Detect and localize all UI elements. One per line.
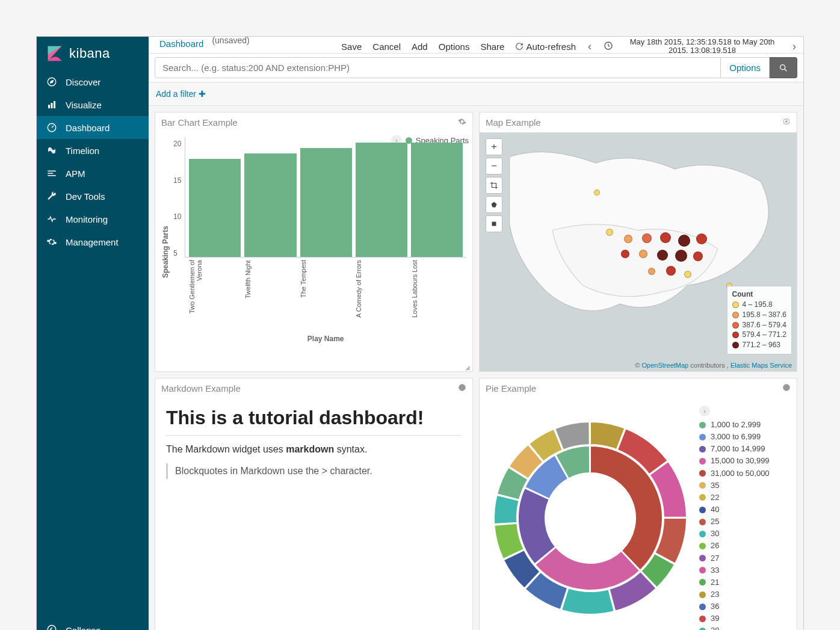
draw-polygon-button[interactable] xyxy=(486,196,502,213)
pie-canvas[interactable] xyxy=(483,402,697,630)
add-filter-button[interactable]: Add a filter ✚ xyxy=(156,89,206,99)
add-button[interactable]: Add xyxy=(412,42,428,52)
legend-swatch xyxy=(699,591,706,598)
legend-item[interactable]: 36 xyxy=(699,601,791,613)
collapse-button[interactable]: Collapse xyxy=(37,617,149,630)
legend-swatch xyxy=(699,579,706,585)
panel-settings-button[interactable] xyxy=(458,383,466,394)
timepicker-next-button[interactable]: › xyxy=(791,40,797,53)
legend-item[interactable]: 23 xyxy=(699,588,791,601)
osm-link[interactable]: OpenStreetMap xyxy=(642,362,689,369)
legend-swatch xyxy=(699,628,706,630)
legend-item[interactable]: 3,000 to 6,999 xyxy=(699,431,791,443)
ems-link[interactable]: Elastic Maps Service xyxy=(730,362,792,369)
sidebar-item-management[interactable]: Management xyxy=(37,230,149,253)
search-submit-button[interactable] xyxy=(770,57,797,78)
legend-item[interactable]: 30 xyxy=(699,528,791,540)
search-row: Options xyxy=(149,54,803,82)
legend-item[interactable]: 1,000 to 2,999 xyxy=(699,419,791,431)
legend-item[interactable]: 39 xyxy=(699,613,791,625)
polygon-icon xyxy=(490,201,498,208)
fit-bounds-button[interactable] xyxy=(486,177,502,194)
legend-item[interactable]: 31,000 to 50,000 xyxy=(699,468,791,480)
search-options-button[interactable]: Options xyxy=(721,57,770,78)
sidebar-item-apm[interactable]: APM xyxy=(37,162,149,185)
legend-toggle-button[interactable]: › xyxy=(699,406,710,416)
legend-label: 23 xyxy=(711,588,719,601)
filter-bar: Add a filter ✚ xyxy=(149,82,803,106)
legend-label: 39 xyxy=(711,613,719,625)
share-button[interactable]: Share xyxy=(480,42,504,52)
collapse-icon xyxy=(46,624,57,630)
draw-rectangle-button[interactable] xyxy=(486,215,502,232)
resize-handle[interactable]: ◢ xyxy=(465,364,471,370)
zoom-in-button[interactable]: + xyxy=(486,138,502,155)
legend-item[interactable]: 28 xyxy=(699,625,791,630)
legend-item[interactable]: 26 xyxy=(699,540,791,552)
logo[interactable]: kibana xyxy=(37,37,149,70)
legend-label: 15,000 to 30,999 xyxy=(711,455,770,467)
bar[interactable] xyxy=(189,159,241,257)
bar[interactable] xyxy=(411,143,463,257)
x-axis-ticks: Two Gentlemen of VeronaTwelfth NightThe … xyxy=(185,258,466,332)
cancel-button[interactable]: Cancel xyxy=(372,42,401,52)
gear-icon xyxy=(782,117,791,126)
sidebar-item-monitoring[interactable]: Monitoring xyxy=(37,208,149,230)
map-canvas[interactable]: + − C xyxy=(480,132,797,371)
legend-item[interactable]: 35 xyxy=(699,480,791,492)
sidebar-item-dashboard[interactable]: Dashboard xyxy=(37,116,149,139)
sidebar-item-label: Dev Tools xyxy=(66,191,105,202)
donut-chart xyxy=(488,416,693,620)
legend-item[interactable]: 22 xyxy=(699,492,791,504)
sidebar-item-visualize[interactable]: Visualize xyxy=(37,93,149,116)
panel-settings-button[interactable] xyxy=(782,117,791,128)
bar[interactable] xyxy=(300,148,352,257)
legend-label: 579.4 – 771.2 xyxy=(743,330,786,340)
x-axis-label: Play Name xyxy=(185,335,466,343)
legend-item[interactable]: 27 xyxy=(699,552,791,564)
auto-refresh-button[interactable]: Auto-refresh xyxy=(515,42,576,52)
svg-rect-5 xyxy=(48,105,50,108)
legend-label: 40 xyxy=(711,504,719,516)
legend-item[interactable]: 33 xyxy=(699,564,791,576)
legend-label: 35 xyxy=(711,480,719,492)
options-button[interactable]: Options xyxy=(439,42,470,52)
legend-swatch xyxy=(699,543,706,549)
zoom-out-button[interactable]: − xyxy=(486,158,502,174)
legend-label: 36 xyxy=(711,601,719,613)
sidebar-item-dev-tools[interactable]: Dev Tools xyxy=(37,185,149,208)
sidebar-item-label: Visualize xyxy=(66,100,102,110)
legend-item[interactable]: 15,000 to 30,999 xyxy=(699,455,791,467)
legend-swatch xyxy=(699,446,706,452)
breadcrumb[interactable]: Dashboard xyxy=(155,37,208,51)
legend-label: 195.8 – 387.6 xyxy=(743,310,786,320)
bar[interactable] xyxy=(356,143,407,257)
gear-icon xyxy=(458,383,466,392)
save-button[interactable]: Save xyxy=(341,42,362,52)
legend-label: 387.6 – 579.4 xyxy=(743,320,786,330)
sidebar-item-label: Management xyxy=(66,237,119,247)
pie-slice[interactable] xyxy=(561,588,614,614)
dashboard-grid: Bar Chart Example › Speaking Parts Speak… xyxy=(149,106,803,630)
legend-item[interactable]: 25 xyxy=(699,516,791,528)
legend-item[interactable]: 21 xyxy=(699,576,791,588)
panel-settings-button[interactable] xyxy=(458,117,466,128)
legend-label: 3,000 to 6,999 xyxy=(711,431,761,443)
search-input[interactable] xyxy=(155,57,721,78)
svg-point-17 xyxy=(785,120,788,123)
map-legend: Count 4 – 195.8195.8 – 387.6387.6 – 579.… xyxy=(727,286,792,354)
markdown-body: This is a tutorial dashboard! The Markdo… xyxy=(155,398,472,487)
legend-swatch xyxy=(699,555,706,561)
timepicker-prev-button[interactable]: ‹ xyxy=(587,40,593,53)
time-range[interactable]: May 18th 2015, 12:35:19.518 to May 20th … xyxy=(624,38,780,54)
bar-plot-area[interactable] xyxy=(185,137,466,258)
legend-item[interactable]: 40 xyxy=(699,504,791,516)
search-icon xyxy=(779,63,788,73)
panel-settings-button[interactable] xyxy=(782,383,791,394)
bar[interactable] xyxy=(244,153,296,257)
crop-icon xyxy=(490,181,498,190)
sidebar-item-timelion[interactable]: Timelion xyxy=(37,139,149,162)
sidebar-item-discover[interactable]: Discover xyxy=(37,70,149,93)
legend-item[interactable]: 7,000 to 14,999 xyxy=(699,443,791,455)
gear-icon xyxy=(458,117,466,126)
